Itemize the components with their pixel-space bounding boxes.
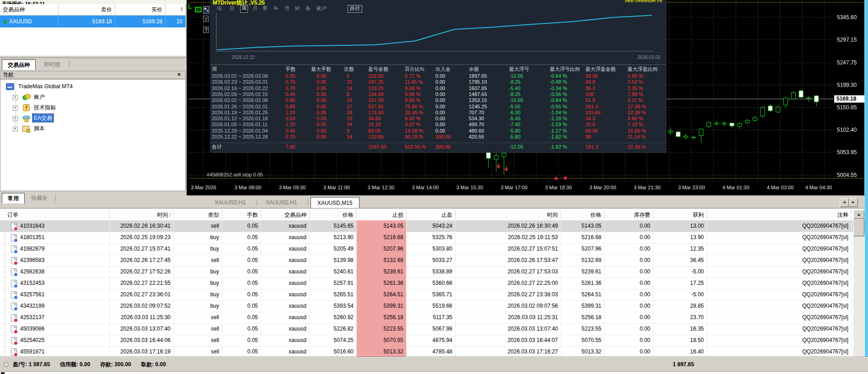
account-history-panel: ‹ 订单时间 /类型手数交易品种价格止损止盈时间价格库存费获利注释 410316… bbox=[0, 208, 868, 358]
orders-col-11[interactable]: 获利 bbox=[654, 210, 707, 220]
stats-tab-年[interactable]: 年 bbox=[273, 5, 279, 12]
table-row[interactable]: 432575612026.02.27 23:36:01buy0.05xauusd… bbox=[0, 289, 868, 301]
orders-col-7[interactable]: 止盈 bbox=[407, 210, 455, 220]
stats-cell: 2.35 % bbox=[627, 85, 643, 91]
stats-cell: 0.00 bbox=[435, 128, 445, 134]
question-icon[interactable]: ? bbox=[203, 27, 209, 33]
table-row[interactable]: 419828792026.02.27 15:07:41buy0.05xauusd… bbox=[0, 243, 868, 255]
stats-row[interactable]: 2025.12.22 ~ 2025.12.280.700.0514120.554… bbox=[210, 134, 666, 140]
cell-comment: QQ2026904767[sl] bbox=[707, 278, 852, 289]
orders-col-3[interactable]: 手数 bbox=[222, 210, 261, 220]
stats-tab-账户[interactable]: 账户 bbox=[316, 5, 327, 12]
orders-col-9[interactable]: 价格 bbox=[561, 210, 605, 220]
cell-lots: 0.05 bbox=[222, 335, 261, 346]
stats-tab-M[interactable]: M bbox=[294, 5, 300, 12]
stats-total-cell: 1597.65 bbox=[368, 144, 386, 150]
stats-row[interactable]: 2026.02.23 ~ 2026.03.010.750.0515187.251… bbox=[210, 79, 666, 85]
table-row[interactable]: 431524532026.02.27 22:21:55buy0.05xauusd… bbox=[0, 278, 868, 289]
stats-tab-日[interactable]: 日 bbox=[229, 5, 236, 12]
table-row[interactable]: 434321992026.03.02 09:07:52buy0.05xauusd… bbox=[0, 300, 868, 312]
stats-row[interactable]: 2026.03.02 ~ 2026.03.080.250.055102.555.… bbox=[210, 73, 666, 79]
stats-row[interactable]: 2025.12.29 ~ 2026.01.040.450.05960.0514.… bbox=[210, 128, 666, 134]
table-row[interactable]: 425321372026.03.03 11:25:30sell0.05xauus… bbox=[0, 312, 868, 324]
cell-order: 42982638 bbox=[5, 266, 110, 278]
stats-total-row: 合计7.801597.65532.55 %300.00-12.05-1.82 %… bbox=[210, 143, 666, 151]
cell-type: buy bbox=[174, 232, 222, 243]
cell-order: 45254025 bbox=[5, 335, 110, 346]
table-row[interactable]: 410316432026.02.26 16:30:41sell0.05xauus… bbox=[0, 220, 868, 232]
stats-row[interactable]: 2026.01.26 ~ 2026.02.010.850.0517537.557… bbox=[210, 104, 666, 110]
table-row[interactable]: 450390862026.03.03 13:07:40sell0.05xauus… bbox=[0, 323, 868, 335]
orders-scrollbar[interactable]: ▲ ▼ bbox=[853, 210, 864, 370]
cell-swap: 0.00 bbox=[605, 220, 654, 232]
stats-cell: 2026.01.19 ~ 2026.01.25 bbox=[212, 110, 268, 116]
stats-tab-备[interactable]: 备 bbox=[305, 5, 311, 12]
cell-comment: QQ2026904767[sl] bbox=[707, 346, 852, 358]
cell-open_price: 5145.65 bbox=[310, 220, 357, 232]
stats-row[interactable]: 2026.02.09 ~ 2026.02.150.400.058134.509.… bbox=[210, 91, 666, 97]
order-doc-icon bbox=[11, 326, 17, 333]
stats-row[interactable]: 2026.02.16 ~ 2026.02.220.700.0514120.208… bbox=[210, 85, 666, 91]
cell-symbol: xauusd bbox=[261, 266, 310, 278]
stats-cell: 0.40 bbox=[285, 91, 295, 97]
stats-cell: 2.52 % bbox=[627, 79, 643, 85]
cell-close_price: 5207.96 bbox=[561, 243, 605, 255]
orders-col-6[interactable]: 止损 bbox=[357, 210, 407, 220]
check-icon[interactable]: √ bbox=[203, 16, 209, 22]
cell-close_price: 5399.31 bbox=[561, 300, 605, 312]
cell-order: 41982879 bbox=[5, 243, 110, 255]
cell-comment: QQ2026904767[sl] bbox=[707, 300, 852, 312]
cell-sl: 5070.55 bbox=[357, 335, 407, 346]
order-doc-icon bbox=[11, 234, 17, 241]
orders-col-4[interactable]: 交易品种 bbox=[261, 210, 310, 220]
orders-col-12[interactable]: 注释 bbox=[707, 210, 852, 220]
stats-tab-综[interactable]: 综 bbox=[216, 5, 223, 12]
tab-scroll-left-icon[interactable]: ◄ bbox=[840, 198, 849, 207]
orders-col-8[interactable]: 时间 bbox=[455, 210, 561, 220]
green-square-icon[interactable] bbox=[195, 7, 202, 12]
cell-symbol: xauusd bbox=[261, 243, 310, 255]
cell-order: 41801351 bbox=[5, 232, 110, 243]
chart-tab-0[interactable]: XAUUSD,H1 bbox=[208, 197, 252, 208]
table-row[interactable]: 423965832026.02.26 17:27:45sell0.05xauus… bbox=[0, 255, 868, 267]
order-number: 45039086 bbox=[20, 326, 44, 332]
cell-open_time: 2026.03.03 17:16:19 bbox=[110, 346, 174, 358]
orders-col-5[interactable]: 价格 bbox=[310, 210, 357, 220]
stats-row[interactable]: 2026.01.19 ~ 2026.01.251.200.0524173.403… bbox=[210, 110, 666, 116]
stats-tab-季[interactable]: 季 bbox=[262, 5, 268, 12]
chart-tab-1[interactable]: XAUUSD,H1 bbox=[259, 197, 304, 208]
stats-row[interactable]: 2026.01.05 ~ 2026.01.111.200.052419.103.… bbox=[210, 122, 666, 128]
scrollbar-thumb[interactable] bbox=[853, 219, 864, 236]
chart-tab-2[interactable]: XAUUSD,M15 bbox=[311, 197, 359, 208]
stats-tab-币[interactable]: 币 bbox=[284, 5, 290, 12]
scroll-up-icon[interactable]: ▲ bbox=[853, 210, 864, 219]
cell-swap: 0.00 bbox=[605, 289, 654, 300]
table-row[interactable]: 455918712026.03.03 17:16:19sell0.05xauus… bbox=[0, 346, 868, 358]
table-row[interactable]: 429826382026.02.27 17:52:26buy0.05xauusd… bbox=[0, 266, 868, 278]
orders-col-0[interactable]: 订单 bbox=[5, 210, 110, 220]
stats-row[interactable]: 2026.01.12 ~ 2026.01.180.500.051034.606.… bbox=[210, 116, 666, 122]
cell-order: 43152453 bbox=[5, 278, 110, 289]
stats-cell: -8.25 bbox=[509, 79, 520, 85]
cell-close_time: 2026.02.26 16:30:49 bbox=[455, 220, 561, 232]
doc-fold bbox=[14, 315, 16, 317]
orders-col-10[interactable]: 库存费 bbox=[605, 210, 654, 220]
sell-dot-icon bbox=[14, 261, 18, 265]
orders-col-1[interactable]: 时间 / bbox=[110, 210, 174, 220]
stats-cell: 0.00 bbox=[435, 79, 445, 85]
equity-x-end-label: 2026.03.02 bbox=[638, 55, 660, 60]
image-icon[interactable] bbox=[203, 6, 209, 14]
cell-open_price: 5074.25 bbox=[310, 335, 357, 346]
tab-scroll-right-icon[interactable]: ► bbox=[849, 198, 858, 207]
cell-lots: 0.05 bbox=[222, 312, 261, 323]
doc-fold bbox=[14, 269, 16, 271]
orders-col-2[interactable]: 类型 bbox=[174, 210, 222, 220]
svg-text:5169.18: 5169.18 bbox=[836, 96, 857, 102]
stats-row[interactable]: 2026.02.02 ~ 2026.02.080.800.0516107.908… bbox=[210, 97, 666, 103]
stats-cell: 16 bbox=[347, 97, 352, 103]
stats-cell: 14 bbox=[347, 134, 352, 140]
stats-tab-月[interactable]: 月 bbox=[252, 5, 258, 12]
table-row[interactable]: 418013512026.02.25 19:09:23buy0.05xauusd… bbox=[0, 232, 868, 244]
stats-cell: 1.20 bbox=[285, 110, 295, 116]
table-row[interactable]: 452540252026.03.03 16:44:06sell0.05xauus… bbox=[0, 335, 868, 347]
